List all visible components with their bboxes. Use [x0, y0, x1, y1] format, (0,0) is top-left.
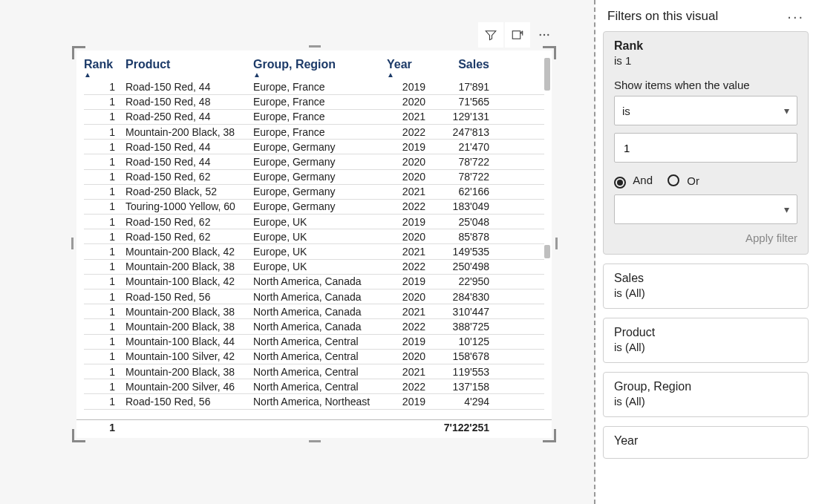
svg-point-2: [544, 34, 545, 36]
cell-product: Mountain-200 Black, 38: [125, 321, 253, 333]
filter-card-title: Product: [614, 326, 797, 339]
cell-sales: 78'722: [430, 156, 489, 168]
table-row[interactable]: 1Road-250 Red, 44Europe, France2021129'1…: [84, 110, 544, 125]
cell-rank: 1: [84, 275, 125, 287]
logic-and-radio[interactable]: And: [614, 174, 653, 187]
cell-rank: 1: [84, 171, 125, 183]
table-row[interactable]: 1Road-150 Red, 48Europe, France202071'56…: [84, 95, 544, 110]
cell-product: Road-150 Red, 62: [125, 231, 253, 243]
cell-group: North America, Canada: [253, 306, 387, 318]
cell-product: Mountain-100 Silver, 42: [125, 350, 253, 362]
logic-or-radio[interactable]: Or: [668, 173, 699, 187]
table-row[interactable]: 1Mountain-200 Black, 38North America, Ca…: [84, 304, 544, 319]
table-row[interactable]: 1Road-150 Red, 44Europe, Germany202078'7…: [84, 154, 544, 169]
radio-icon: [668, 174, 679, 186]
column-header-year[interactable]: Year ▲: [387, 58, 430, 78]
more-options-icon[interactable]: ···: [787, 13, 804, 20]
table-row[interactable]: 1Mountain-100 Black, 42North America, Ca…: [84, 275, 544, 289]
table-row[interactable]: 1Mountain-200 Black, 38Europe, France202…: [84, 125, 544, 140]
table-row[interactable]: 1Mountain-100 Silver, 42North America, C…: [84, 350, 544, 364]
cell-product: Road-150 Red, 44: [125, 141, 253, 153]
table-row[interactable]: 1Mountain-200 Black, 38Europe, UK2022250…: [84, 260, 544, 275]
cell-year: 2022: [387, 321, 430, 333]
table-row[interactable]: 1Road-150 Red, 62Europe, Germany202078'7…: [84, 170, 544, 185]
cell-product: Mountain-200 Black, 38: [125, 306, 253, 318]
cell-sales: 71'565: [430, 96, 489, 108]
filter-icon[interactable]: [478, 22, 503, 48]
resize-handle-bottom[interactable]: [309, 440, 321, 442]
table-row[interactable]: 1Mountain-200 Silver, 46North America, C…: [84, 379, 544, 394]
table-row[interactable]: 1Mountain-200 Black, 42Europe, UK2021149…: [84, 244, 544, 259]
column-header-label: Product: [125, 58, 170, 71]
focus-mode-icon[interactable]: [505, 22, 530, 48]
column-header-group[interactable]: Group, Region ▲: [253, 58, 387, 78]
cell-sales: 284'830: [430, 291, 489, 303]
cell-year: 2019: [387, 396, 430, 408]
cell-group: North America, Central: [253, 350, 387, 362]
apply-filter-button[interactable]: Apply filter: [745, 232, 797, 244]
table-row[interactable]: 1Road-150 Red, 56North America, Northeas…: [84, 394, 544, 409]
filter-card-year[interactable]: Year: [603, 426, 809, 459]
filter-card-sales[interactable]: Sales is (All): [603, 264, 809, 309]
cell-sales: 137'158: [430, 381, 489, 393]
filter-value-field[interactable]: [622, 141, 789, 155]
filters-pane: Filters on this visual ··· Rank is 1 Sho…: [595, 0, 816, 504]
cell-rank: 1: [84, 186, 125, 197]
cell-product: Mountain-200 Black, 38: [125, 366, 253, 378]
filter-card-group[interactable]: Group, Region is (All): [603, 372, 809, 417]
cell-group: Europe, Germany: [253, 200, 387, 212]
cell-product: Road-150 Red, 62: [125, 171, 253, 183]
resize-handle-top[interactable]: [309, 45, 321, 48]
cell-product: Mountain-200 Silver, 46: [125, 381, 253, 393]
cell-year: 2020: [387, 350, 430, 362]
table-row[interactable]: 1Road-150 Red, 62Europe, UK202085'878: [84, 229, 544, 244]
filters-pane-header: Filters on this visual ···: [595, 0, 816, 31]
cell-sales: 310'447: [430, 306, 489, 318]
cell-sales: 183'049: [430, 200, 489, 212]
chevron-down-icon: ▾: [784, 203, 789, 215]
cell-product: Road-150 Red, 48: [125, 96, 253, 108]
cell-group: Europe, France: [253, 96, 387, 108]
cell-year: 2022: [387, 200, 430, 212]
table-row[interactable]: 1Mountain-200 Black, 38North America, Ce…: [84, 364, 544, 379]
table-row[interactable]: 1Mountain-200 Black, 38North America, Ca…: [84, 319, 544, 334]
cell-product: Road-150 Red, 56: [125, 291, 253, 303]
cell-year: 2021: [387, 111, 430, 122]
filter-card-summary: is (All): [614, 341, 797, 353]
filter-value-input[interactable]: [614, 133, 797, 163]
scrollbar-thumb[interactable]: [544, 58, 550, 91]
table-row[interactable]: 1Road-150 Red, 44Europe, France201917'89…: [84, 79, 544, 94]
table-row[interactable]: 1Road-150 Red, 56North America, Canada20…: [84, 289, 544, 304]
scrollbar-thumb[interactable]: [544, 245, 550, 258]
cell-product: Mountain-200 Black, 42: [125, 246, 253, 258]
column-header-product[interactable]: Product: [125, 58, 253, 78]
cell-year: 2020: [387, 291, 430, 303]
column-header-sales[interactable]: Sales: [430, 58, 489, 78]
table-visual[interactable]: Rank ▲ Product Group, Region ▲ Year ▲: [76, 50, 552, 438]
cell-sales: 25'048: [430, 216, 489, 228]
cell-sales: 247'813: [430, 126, 489, 138]
table-row[interactable]: 1Touring-1000 Yellow, 60Europe, Germany2…: [84, 200, 544, 215]
table-row[interactable]: 1Road-250 Black, 52Europe, Germany202162…: [84, 185, 544, 200]
cell-year: 2021: [387, 246, 430, 258]
table-row[interactable]: 1Road-150 Red, 44Europe, Germany201921'4…: [84, 140, 544, 154]
cell-product: Road-150 Red, 44: [125, 81, 253, 93]
more-options-icon[interactable]: [532, 22, 557, 48]
resize-handle-left[interactable]: [71, 238, 74, 249]
cell-rank: 1: [84, 96, 125, 108]
vertical-scrollbar[interactable]: [544, 58, 550, 416]
filter-card-product[interactable]: Product is (All): [603, 318, 809, 363]
filter-card-summary: is (All): [614, 395, 797, 408]
resize-handle-right[interactable]: [555, 238, 558, 249]
cell-rank: 1: [84, 200, 125, 212]
column-header-rank[interactable]: Rank ▲: [84, 58, 125, 78]
filter-operator2-select[interactable]: ▾: [614, 194, 797, 224]
cell-sales: 119'553: [430, 366, 489, 378]
filter-operator-select[interactable]: is ▾: [614, 96, 797, 125]
table-header-row: Rank ▲ Product Group, Region ▲ Year ▲: [76, 50, 552, 78]
table-row[interactable]: 1Road-150 Red, 62Europe, UK201925'048: [84, 215, 544, 229]
cell-rank: 1: [84, 291, 125, 303]
table-row[interactable]: 1Mountain-100 Black, 44North America, Ce…: [84, 335, 544, 350]
cell-sales: 17'891: [430, 81, 489, 93]
filter-card-rank[interactable]: Rank is 1 Show items when the value is ▾…: [603, 31, 809, 255]
